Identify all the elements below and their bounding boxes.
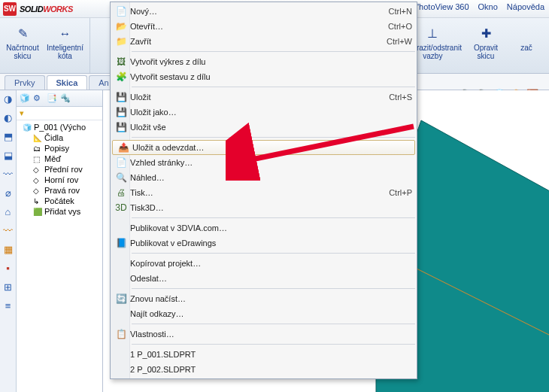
dimension-icon: ↔ xyxy=(56,24,74,42)
repair-icon: ✚ xyxy=(477,24,495,42)
tree-root[interactable]: 🧊 P_001 (Výcho xyxy=(18,122,101,132)
menu-item[interactable]: 💾Uložit vše xyxy=(111,120,417,135)
filter-bar[interactable]: ▾ xyxy=(17,107,102,120)
menu-separator xyxy=(132,217,415,218)
menu-item-icon: 💾 xyxy=(112,107,130,117)
brand-solid: SOLID xyxy=(20,5,43,14)
repair-sketch-button[interactable]: ✚ Opravit skicu xyxy=(469,21,502,60)
app-logo-icon: SW xyxy=(3,2,17,16)
menu-item[interactable]: Najít odkazy… xyxy=(111,306,417,321)
menu-item-label: Náhled… xyxy=(130,173,412,182)
menu-item-label: 1 P_001.SLDPRT xyxy=(130,350,412,359)
tree-item[interactable]: ◇Pravá rov xyxy=(18,185,101,196)
menu-item[interactable]: 💾Uložit jako… xyxy=(111,105,417,120)
menu-item-shortcut: Ctrl+O xyxy=(388,22,412,31)
tree-root-label: P_001 (Výcho xyxy=(34,123,86,132)
tool-icon[interactable]: ⌀ xyxy=(5,187,11,199)
tool-icon[interactable]: ◑ xyxy=(4,93,12,105)
menu-separator xyxy=(132,324,415,324)
tree-item[interactable]: ⬚Měď xyxy=(18,153,101,164)
menu-item-label: Znovu načíst… xyxy=(130,294,412,303)
menu-item[interactable]: 🧩Vytvořit sestavu z dílu xyxy=(111,69,417,84)
menu-separator xyxy=(132,344,415,345)
tree-item-icon: ↳ xyxy=(33,197,42,205)
part-icon: 🧊 xyxy=(23,123,32,132)
menu-item[interactable]: 🔍Náhled… xyxy=(111,170,417,185)
menu-item[interactable]: 📁ZavřítCtrl+W xyxy=(111,34,417,49)
menu-item[interactable]: 💾UložitCtrl+S xyxy=(111,90,417,105)
menu-item[interactable]: 🔄Znovu načíst… xyxy=(111,291,417,306)
tree-item[interactable]: ↳Počátek xyxy=(18,196,101,206)
menu-item-icon: 🧩 xyxy=(112,71,130,82)
menu-item[interactable]: 2 P_002.SLDPRT xyxy=(111,362,417,377)
menu-item-label: Najít odkazy… xyxy=(130,309,412,318)
tree-item-icon: ◇ xyxy=(33,176,42,184)
tree-item-icon: 🗂 xyxy=(33,144,42,153)
menu-item[interactable]: Kopírovat projekt… xyxy=(111,256,417,271)
menu-item[interactable]: Publikovat v 3DVIA.com… xyxy=(111,220,417,236)
ribbon-group-right: ⊥ Zobrazit/odstranit vazby ✚ Opravit ski… xyxy=(398,18,549,73)
tab-prvky[interactable]: Prvky xyxy=(5,75,45,90)
tool-icon[interactable]: ⬒ xyxy=(4,131,13,142)
tree-item-label: Pravá rov xyxy=(44,186,80,195)
menu-item-shortcut: Ctrl+S xyxy=(389,93,412,102)
menu-item[interactable]: Odeslat… xyxy=(111,271,417,286)
menu-item-icon: 📘 xyxy=(112,238,130,248)
tool-icon[interactable]: ⌂ xyxy=(5,206,11,217)
menu-item-icon: 🖨 xyxy=(112,187,130,198)
tool-icon[interactable]: ⬓ xyxy=(4,150,13,161)
tree-item[interactable]: ◇Přední rov xyxy=(18,164,101,175)
menu-item-icon: 🔍 xyxy=(112,172,130,183)
feature-tree: 🧊 P_001 (Výcho 📐Čidla🗂Popisy⬚Měď◇Přední … xyxy=(17,120,102,218)
menu-item[interactable]: 1 P_001.SLDPRT xyxy=(111,347,417,362)
menu-item[interactable]: 🖨Tisk…Ctrl+P xyxy=(111,185,417,200)
menu-item[interactable]: 📘Publikovat v eDrawings xyxy=(111,236,417,251)
tree-item-label: Čidla xyxy=(44,133,63,142)
tool-icon[interactable]: ▦ xyxy=(4,244,13,255)
tree-item[interactable]: ◇Horní rov xyxy=(18,175,101,185)
app-title: SOLIDWORKS xyxy=(20,5,73,14)
tree-item[interactable]: 📐Čidla xyxy=(18,132,101,143)
zac-button[interactable]: zač xyxy=(510,21,543,52)
tool-icon[interactable]: ⊞ xyxy=(4,281,12,293)
menu-separator xyxy=(132,288,415,289)
tool-icon[interactable]: ◐ xyxy=(4,112,12,123)
menu-okno[interactable]: Okno xyxy=(478,2,498,11)
menu-item[interactable]: 📄Vzhled stránky… xyxy=(111,155,417,170)
menu-photoview[interactable]: 'hotoView 360 xyxy=(417,2,469,11)
panel-tab-icon[interactable]: ⚙ xyxy=(33,93,44,104)
panel-tab-icon[interactable]: 🧊 xyxy=(20,93,30,104)
tree-item[interactable]: 🗂Popisy xyxy=(18,143,101,153)
dimension-label: Inteligentní kóta xyxy=(47,44,83,60)
menu-item-label: Nový… xyxy=(130,7,389,16)
tool-icon[interactable]: ▪ xyxy=(6,263,10,274)
menu-item[interactable]: 🖼Vytvořit výkres z dílu xyxy=(111,54,417,69)
tool-icon[interactable]: 〰 xyxy=(3,169,13,180)
sketch-button[interactable]: ✎ Načrtnout skicu xyxy=(6,21,39,60)
tree-item-icon: 📐 xyxy=(33,134,42,142)
menu-item[interactable]: 📤Uložit a odevzdat… xyxy=(112,140,415,155)
menu-item-label: Vytvořit výkres z dílu xyxy=(130,57,412,66)
panel-tab-icon[interactable]: 📑 xyxy=(47,93,57,104)
menu-separator xyxy=(132,51,415,52)
tool-icon[interactable]: 〰 xyxy=(3,225,13,236)
menu-napoveda[interactable]: Nápověda xyxy=(507,2,544,11)
menu-item[interactable]: 📄Nový…Ctrl+N xyxy=(111,4,417,19)
menu-item[interactable]: 📋Vlastnosti… xyxy=(111,327,417,342)
sketch-label: Načrtnout skicu xyxy=(6,44,38,60)
panel-tab-icon[interactable]: 🔩 xyxy=(60,93,71,104)
smart-dimension-button[interactable]: ↔ Inteligentní kóta xyxy=(47,21,83,60)
menu-item[interactable]: 3DTisk3D… xyxy=(111,200,417,215)
tab-skica[interactable]: Skica xyxy=(47,75,88,90)
tree-item-icon: 🟩 xyxy=(33,208,42,216)
menu-item-icon: 📁 xyxy=(112,36,130,47)
menu-separator xyxy=(132,137,415,138)
menu-item[interactable]: 📂Otevřít…Ctrl+O xyxy=(111,19,417,34)
tree-item-label: Přední rov xyxy=(44,165,83,174)
tool-icon[interactable]: ≡ xyxy=(5,300,11,311)
tree-item-label: Popisy xyxy=(44,144,69,153)
menu-item-icon: 📄 xyxy=(112,157,130,168)
menu-item-label: Odeslat… xyxy=(130,274,412,283)
tree-item[interactable]: 🟩Přidat vys xyxy=(18,206,101,217)
tree-item-icon: ⬚ xyxy=(33,155,42,163)
